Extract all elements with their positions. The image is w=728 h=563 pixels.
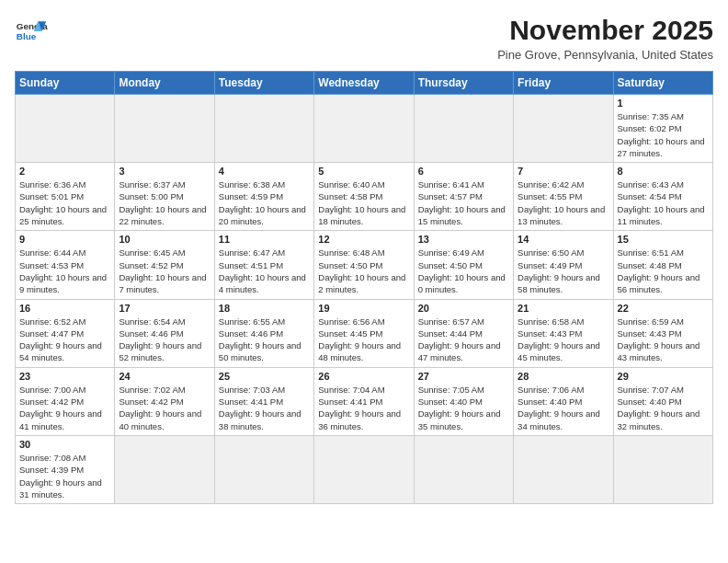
day-info: Sunrise: 6:52 AM Sunset: 4:47 PM Dayligh…	[19, 316, 110, 364]
day-number: 16	[19, 303, 110, 314]
calendar-day-cell: 15Sunrise: 6:51 AM Sunset: 4:48 PM Dayli…	[613, 231, 712, 299]
day-info: Sunrise: 7:07 AM Sunset: 4:40 PM Dayligh…	[618, 384, 709, 432]
calendar-day-cell: 29Sunrise: 7:07 AM Sunset: 4:40 PM Dayli…	[613, 367, 712, 435]
calendar-week-row: 30Sunrise: 7:08 AM Sunset: 4:39 PM Dayli…	[16, 435, 713, 503]
day-number: 19	[318, 303, 409, 314]
day-number: 1	[618, 98, 709, 109]
day-info: Sunrise: 6:55 AM Sunset: 4:46 PM Dayligh…	[219, 316, 310, 364]
day-number: 17	[119, 303, 210, 314]
calendar-header-row: SundayMondayTuesdayWednesdayThursdayFrid…	[16, 72, 713, 95]
header: General Blue November 2025 Pine Grove, P…	[15, 15, 713, 62]
day-number: 28	[518, 371, 609, 382]
calendar-day-cell: 25Sunrise: 7:03 AM Sunset: 4:41 PM Dayli…	[214, 367, 313, 435]
calendar-day-cell	[214, 435, 313, 503]
day-number: 6	[418, 166, 509, 177]
day-number: 15	[618, 234, 709, 245]
day-info: Sunrise: 6:37 AM Sunset: 5:00 PM Dayligh…	[119, 178, 210, 227]
day-info: Sunrise: 7:06 AM Sunset: 4:40 PM Dayligh…	[518, 384, 609, 432]
day-info: Sunrise: 6:45 AM Sunset: 4:52 PM Dayligh…	[119, 247, 210, 295]
day-of-week-header: Thursday	[414, 72, 513, 95]
calendar-day-cell: 20Sunrise: 6:57 AM Sunset: 4:44 PM Dayli…	[414, 299, 513, 367]
day-number: 5	[318, 166, 409, 177]
day-number: 14	[518, 234, 609, 245]
day-of-week-header: Friday	[514, 72, 613, 95]
day-number: 10	[119, 234, 210, 245]
day-info: Sunrise: 6:51 AM Sunset: 4:48 PM Dayligh…	[618, 247, 709, 295]
day-number: 9	[19, 234, 110, 245]
calendar-day-cell: 3Sunrise: 6:37 AM Sunset: 5:00 PM Daylig…	[115, 163, 214, 231]
day-number: 26	[318, 371, 409, 382]
calendar-day-cell: 22Sunrise: 6:59 AM Sunset: 4:43 PM Dayli…	[613, 299, 712, 367]
day-info: Sunrise: 7:05 AM Sunset: 4:40 PM Dayligh…	[418, 384, 509, 432]
calendar-day-cell	[514, 435, 613, 503]
calendar-day-cell: 30Sunrise: 7:08 AM Sunset: 4:39 PM Dayli…	[16, 435, 115, 503]
calendar-day-cell: 8Sunrise: 6:43 AM Sunset: 4:54 PM Daylig…	[613, 163, 712, 231]
day-info: Sunrise: 7:35 AM Sunset: 6:02 PM Dayligh…	[618, 110, 709, 159]
calendar-day-cell: 24Sunrise: 7:02 AM Sunset: 4:42 PM Dayli…	[115, 367, 214, 435]
day-number: 7	[518, 166, 609, 177]
calendar-day-cell	[115, 95, 214, 163]
day-info: Sunrise: 7:08 AM Sunset: 4:39 PM Dayligh…	[19, 452, 110, 500]
day-of-week-header: Monday	[115, 72, 214, 95]
day-info: Sunrise: 6:41 AM Sunset: 4:57 PM Dayligh…	[418, 178, 509, 227]
calendar-day-cell: 7Sunrise: 6:42 AM Sunset: 4:55 PM Daylig…	[514, 163, 613, 231]
calendar-day-cell: 9Sunrise: 6:44 AM Sunset: 4:53 PM Daylig…	[16, 231, 115, 299]
main-title: November 2025	[497, 15, 713, 46]
calendar-day-cell: 11Sunrise: 6:47 AM Sunset: 4:51 PM Dayli…	[214, 231, 313, 299]
calendar-day-cell: 2Sunrise: 6:36 AM Sunset: 5:01 PM Daylig…	[16, 163, 115, 231]
calendar-day-cell	[115, 435, 214, 503]
calendar-day-cell: 28Sunrise: 7:06 AM Sunset: 4:40 PM Dayli…	[514, 367, 613, 435]
day-of-week-header: Wednesday	[314, 72, 414, 95]
calendar-week-row: 1Sunrise: 7:35 AM Sunset: 6:02 PM Daylig…	[16, 95, 713, 163]
calendar-day-cell: 4Sunrise: 6:38 AM Sunset: 4:59 PM Daylig…	[214, 163, 313, 231]
day-number: 21	[518, 303, 609, 314]
day-info: Sunrise: 6:48 AM Sunset: 4:50 PM Dayligh…	[318, 247, 409, 295]
day-info: Sunrise: 6:57 AM Sunset: 4:44 PM Dayligh…	[418, 316, 509, 364]
page: General Blue November 2025 Pine Grove, P…	[0, 0, 728, 513]
calendar-day-cell: 17Sunrise: 6:54 AM Sunset: 4:46 PM Dayli…	[115, 299, 214, 367]
day-number: 12	[318, 234, 409, 245]
day-info: Sunrise: 7:04 AM Sunset: 4:41 PM Dayligh…	[318, 384, 409, 432]
subtitle: Pine Grove, Pennsylvania, United States	[497, 48, 713, 62]
day-info: Sunrise: 6:42 AM Sunset: 4:55 PM Dayligh…	[518, 178, 609, 227]
day-info: Sunrise: 6:40 AM Sunset: 4:58 PM Dayligh…	[318, 178, 409, 227]
calendar-day-cell: 14Sunrise: 6:50 AM Sunset: 4:49 PM Dayli…	[514, 231, 613, 299]
day-number: 18	[219, 303, 310, 314]
day-number: 30	[19, 439, 110, 450]
day-info: Sunrise: 6:38 AM Sunset: 4:59 PM Dayligh…	[219, 178, 310, 227]
day-info: Sunrise: 6:50 AM Sunset: 4:49 PM Dayligh…	[518, 247, 609, 295]
title-block: November 2025 Pine Grove, Pennsylvania, …	[497, 15, 713, 62]
calendar-day-cell	[314, 95, 414, 163]
day-info: Sunrise: 7:00 AM Sunset: 4:42 PM Dayligh…	[19, 384, 110, 432]
day-number: 20	[418, 303, 509, 314]
calendar-day-cell: 23Sunrise: 7:00 AM Sunset: 4:42 PM Dayli…	[16, 367, 115, 435]
calendar-day-cell	[514, 95, 613, 163]
calendar-day-cell: 10Sunrise: 6:45 AM Sunset: 4:52 PM Dayli…	[115, 231, 214, 299]
day-info: Sunrise: 7:03 AM Sunset: 4:41 PM Dayligh…	[219, 384, 310, 432]
day-number: 27	[418, 371, 509, 382]
calendar: SundayMondayTuesdayWednesdayThursdayFrid…	[15, 71, 713, 504]
day-number: 3	[119, 166, 210, 177]
day-info: Sunrise: 6:49 AM Sunset: 4:50 PM Dayligh…	[418, 247, 509, 295]
calendar-day-cell	[414, 95, 513, 163]
calendar-day-cell	[414, 435, 513, 503]
calendar-day-cell	[613, 435, 712, 503]
calendar-day-cell: 21Sunrise: 6:58 AM Sunset: 4:43 PM Dayli…	[514, 299, 613, 367]
day-number: 23	[19, 371, 110, 382]
day-number: 8	[618, 166, 709, 177]
day-info: Sunrise: 7:02 AM Sunset: 4:42 PM Dayligh…	[119, 384, 210, 432]
day-number: 22	[618, 303, 709, 314]
calendar-week-row: 2Sunrise: 6:36 AM Sunset: 5:01 PM Daylig…	[16, 163, 713, 231]
logo: General Blue	[15, 15, 48, 48]
calendar-day-cell: 16Sunrise: 6:52 AM Sunset: 4:47 PM Dayli…	[16, 299, 115, 367]
day-info: Sunrise: 6:54 AM Sunset: 4:46 PM Dayligh…	[119, 316, 210, 364]
calendar-week-row: 16Sunrise: 6:52 AM Sunset: 4:47 PM Dayli…	[16, 299, 713, 367]
calendar-week-row: 9Sunrise: 6:44 AM Sunset: 4:53 PM Daylig…	[16, 231, 713, 299]
day-info: Sunrise: 6:56 AM Sunset: 4:45 PM Dayligh…	[318, 316, 409, 364]
day-info: Sunrise: 6:36 AM Sunset: 5:01 PM Dayligh…	[19, 178, 110, 227]
calendar-day-cell: 13Sunrise: 6:49 AM Sunset: 4:50 PM Dayli…	[414, 231, 513, 299]
day-of-week-header: Saturday	[613, 72, 712, 95]
day-number: 24	[119, 371, 210, 382]
calendar-day-cell: 1Sunrise: 7:35 AM Sunset: 6:02 PM Daylig…	[613, 95, 712, 163]
calendar-day-cell	[16, 95, 115, 163]
